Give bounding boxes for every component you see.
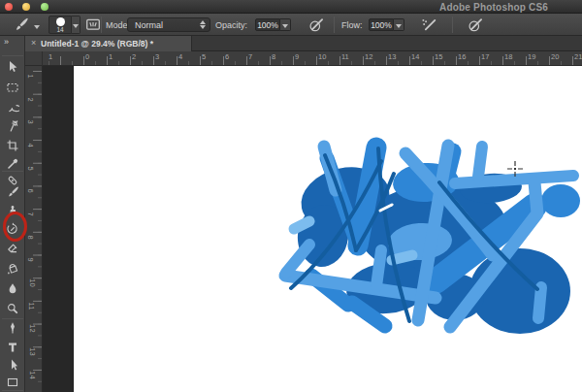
h-ruler-label: 1 [109,52,113,61]
blur-tool-icon [6,281,19,295]
move-tool-icon [6,60,19,74]
crop-tool-icon [6,139,19,152]
tool-preset-caret-icon[interactable] [34,25,40,29]
brush-scribble-artwork [74,66,582,392]
v-ruler-label: 9 [26,257,35,261]
h-ruler-label: 6 [225,52,229,61]
h-ruler-label: 19 [528,52,535,61]
tablet-pressure-opacity-icon[interactable] [308,16,325,33]
magic-wand-tool[interactable] [0,117,25,135]
flow-value-box[interactable]: 100% [369,18,394,31]
pasteboard [43,66,73,392]
h-ruler-label: 0 [85,52,89,61]
title-bar: Adobe Photoshop CS6 [0,0,582,14]
h-ruler-label: 3 [155,52,159,61]
move-tool[interactable] [0,58,25,76]
h-ruler-label: 16 [458,52,466,61]
type-tool-icon [6,341,19,354]
brush-preset-caret[interactable] [72,16,81,34]
h-ruler-label: 13 [388,52,396,61]
h-ruler-label: 10 [318,52,326,61]
document-tab-title: Untitled-1 @ 29.4% (RGB/8) * [41,39,153,49]
blend-mode-value: Normal [135,20,163,30]
path-selection-tool-icon [6,358,19,372]
blend-mode-dropdown[interactable]: Normal [127,17,210,32]
brush-tool-highlight-annotation [3,212,27,242]
v-ruler-label: 1 [26,74,35,78]
eyedropper-tool-icon [6,157,19,171]
v-ruler-label: 6 [26,188,35,192]
tools-palette: » [0,36,25,392]
zoom-window-button[interactable] [41,3,48,11]
brush-preset-picker[interactable]: 14 [48,16,72,34]
rectangle-tool-icon [6,376,19,389]
v-ruler-label: 10 [28,278,37,286]
scribble-stroke [478,147,482,177]
paint-bucket-tool[interactable] [0,260,25,278]
v-ruler-label: 8 [26,235,35,239]
v-ruler-label: 3 [26,119,35,123]
path-selection-tool[interactable] [0,356,25,374]
h-ruler-label: 21 [574,52,582,61]
h-ruler-label: 20 [551,52,559,61]
vertical-ruler[interactable]: 1234567891011121314 [25,66,43,392]
brush-tool-preset-icon[interactable] [13,16,29,33]
rectangular-marquee-tool[interactable] [0,79,25,96]
h-ruler-label: 1 [48,52,52,61]
window-title: Adobe Photoshop CS6 [439,2,548,13]
v-ruler-label: 4 [26,143,35,147]
magic-wand-tool-icon [6,119,19,133]
h-ruler-label: 11 [341,52,349,61]
horizontal-ruler[interactable]: 10123456789101112131415161718192021 [25,51,582,66]
document-tab-bar: × Untitled-1 @ 29.4% (RGB/8) * [25,36,582,51]
scribble-blob [541,184,580,217]
ruler-origin-box[interactable] [25,51,43,66]
h-ruler-label: 17 [481,52,489,61]
toolbar-separator [2,55,23,56]
pen-tool[interactable] [0,319,25,337]
opacity-label: Opacity: [215,20,247,30]
crop-tool[interactable] [0,137,25,154]
brush-size-value: 14 [49,26,71,33]
canvas[interactable] [73,66,582,392]
photoshop-window: Adobe Photoshop CS6 14 Mode: Normal Opac… [0,0,582,392]
tablet-pressure-size-icon[interactable] [468,16,484,33]
close-window-button[interactable] [5,3,13,11]
blur-tool[interactable] [0,279,25,297]
dodge-tool[interactable] [0,300,25,317]
toolbar-separator [2,318,23,319]
airbrush-icon[interactable] [421,16,437,33]
lasso-tool-icon [6,100,19,114]
eraser-tool-icon [6,242,19,255]
minimize-window-button[interactable] [22,3,30,11]
type-tool[interactable] [0,339,25,356]
close-tab-icon[interactable]: × [31,38,36,48]
document-tab[interactable]: × Untitled-1 @ 29.4% (RGB/8) * [25,36,192,51]
options-separator [452,16,453,33]
toolbar-separator [2,171,23,172]
toggle-brush-panel-icon[interactable] [85,16,101,32]
eraser-tool[interactable] [0,240,25,257]
brush-tip-preview [56,17,65,26]
h-ruler-label: 7 [248,52,252,61]
lasso-tool[interactable] [0,98,25,115]
opacity-value-box[interactable]: 100% [255,18,280,31]
rectangular-marquee-tool-icon [6,81,19,94]
collapse-tools-icon[interactable]: » [4,37,8,47]
options-separator [101,16,102,33]
opacity-caret[interactable] [280,18,291,31]
brush-tool[interactable] [0,183,25,201]
paint-bucket-tool-icon [6,262,19,276]
v-ruler-label: 7 [26,212,35,215]
h-ruler-label: 2 [132,52,136,61]
rectangle-tool[interactable] [0,374,25,391]
v-ruler-label: 12 [28,324,37,332]
v-ruler-label: 2 [26,97,35,101]
v-ruler-label: 5 [26,166,35,170]
dropdown-arrows-icon [200,20,206,29]
dodge-tool-icon [6,302,19,315]
flow-caret[interactable] [394,18,404,31]
brush-tool-icon [6,185,19,199]
h-ruler-label: 14 [411,52,419,61]
v-ruler-label: 13 [28,347,37,355]
